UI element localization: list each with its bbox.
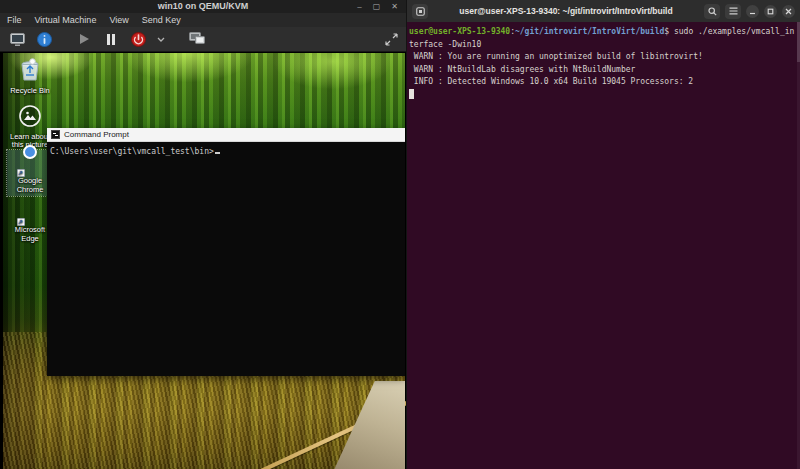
run-icon[interactable] <box>75 30 93 48</box>
gnome-terminal-window: user@user-XPS-13-9340: ~/git/introvirt/I… <box>406 0 800 469</box>
shutdown-menu-chevron-icon[interactable] <box>156 30 166 48</box>
qemu-window-title: win10 on QEMU/KVM <box>0 0 406 13</box>
menu-send-key[interactable]: Send Key <box>142 15 181 25</box>
vm-display[interactable]: Recycle Bin Learn about this picture ↗ G… <box>0 52 406 469</box>
terminal-output-line: INFO : Detected Windows 10.0 x64 Build 1… <box>409 76 798 89</box>
desktop-icon-recycle-bin[interactable]: Recycle Bin <box>7 56 53 97</box>
minimize-icon[interactable] <box>746 5 759 18</box>
virtual-displays-icon[interactable] <box>188 30 206 48</box>
windows-desktop-wallpaper: Recycle Bin Learn about this picture ↗ G… <box>3 53 405 469</box>
search-icon[interactable] <box>704 4 720 19</box>
microsoft-edge-icon: ↗ <box>19 201 42 224</box>
command-prompt-body[interactable]: C:\Users\user\git\vmcall_test\bin> <box>47 142 405 376</box>
terminal-headerbar[interactable]: user@user-XPS-13-9340: ~/git/introvirt/I… <box>407 0 800 22</box>
menu-view[interactable]: View <box>109 15 128 25</box>
shortcut-arrow-icon: ↗ <box>17 169 25 177</box>
qemu-window-controls: – ▢ ✕ <box>357 0 406 13</box>
picture-info-icon <box>7 104 53 131</box>
desktop-icon-label: Google Chrome <box>17 176 44 194</box>
prompt-user-host: user@user-XPS-13-9340 <box>409 27 510 36</box>
fullscreen-icon[interactable] <box>382 30 400 48</box>
terminal-body[interactable]: user@user-XPS-13-9340:~/git/introvirt/In… <box>407 22 800 469</box>
command-text: sudo ./examples/vmcall_in <box>674 27 794 36</box>
graphical-console-icon[interactable] <box>8 30 26 48</box>
close-icon[interactable]: ✕ <box>391 0 398 13</box>
minimize-icon[interactable]: – <box>357 0 361 13</box>
hardware-details-icon[interactable] <box>35 30 53 48</box>
google-chrome-icon: ↗ <box>19 152 42 175</box>
new-tab-icon[interactable] <box>412 4 428 19</box>
menu-file[interactable]: File <box>7 15 22 25</box>
cmd-cursor <box>215 152 220 154</box>
command-prompt-titlebar[interactable]: Command Prompt <box>47 128 405 142</box>
cmd-app-icon <box>51 130 60 139</box>
maximize-icon[interactable]: ▢ <box>373 0 381 13</box>
qemu-menubar: File Virtual Machine View Send Key <box>0 13 406 27</box>
terminal-output-line: WARN : NtBuildLab disagrees with NtBuild… <box>409 64 798 77</box>
maximize-icon[interactable] <box>764 5 777 18</box>
menu-virtual-machine[interactable]: Virtual Machine <box>35 15 97 25</box>
terminal-output-line: WARN : You are running an unoptimized bu… <box>409 51 798 64</box>
terminal-prompt-line: user@user-XPS-13-9340:~/git/introvirt/In… <box>409 26 798 39</box>
prompt-suffix: $ <box>664 27 674 36</box>
desktop-icon-label: Recycle Bin <box>10 86 50 95</box>
desktop-root: win10 on QEMU/KVM – ▢ ✕ File Virtual Mac… <box>0 0 800 469</box>
prompt-path: ~/git/introvirt/IntroVirt/build <box>515 27 664 36</box>
terminal-window-title: user@user-XPS-13-9340: ~/git/introvirt/I… <box>433 6 699 16</box>
terminal-command-wrap-line: terface -Dwin10 <box>409 39 798 52</box>
qemu-vm-window: win10 on QEMU/KVM – ▢ ✕ File Virtual Mac… <box>0 0 406 469</box>
command-prompt-window[interactable]: Command Prompt C:\Users\user\git\vmcall_… <box>47 128 405 376</box>
qemu-titlebar[interactable]: win10 on QEMU/KVM – ▢ ✕ <box>0 0 406 13</box>
qemu-toolbar <box>0 27 406 52</box>
hamburger-menu-icon[interactable] <box>725 4 741 19</box>
terminal-cursor <box>409 89 414 99</box>
close-icon[interactable] <box>782 5 795 18</box>
command-prompt-title: Command Prompt <box>64 130 129 139</box>
terminal-cursor-line <box>409 89 798 102</box>
desktop-icon-label: Microsoft Edge <box>15 225 45 243</box>
shortcut-arrow-icon: ↗ <box>17 218 25 226</box>
pause-icon[interactable] <box>102 30 120 48</box>
cmd-prompt-text: C:\Users\user\git\vmcall_test\bin> <box>50 147 214 156</box>
shutdown-icon[interactable] <box>129 30 147 48</box>
recycle-bin-icon <box>7 58 53 85</box>
